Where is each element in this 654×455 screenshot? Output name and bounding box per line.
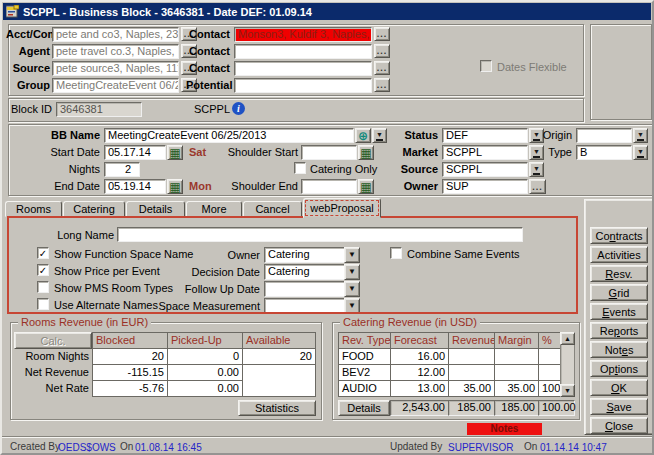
origin-field[interactable] [576, 128, 632, 143]
rooms-cell-available-merged [242, 364, 316, 397]
owner-lookup-button[interactable]: ... [529, 179, 546, 194]
bb-source-field[interactable]: SCPPL [442, 162, 528, 177]
info-icon[interactable]: i [232, 102, 245, 115]
catering-col-margin: Margin [494, 332, 539, 349]
calendar-icon: ▦ [360, 147, 371, 159]
type-label: Type [524, 146, 572, 159]
rooms-cell: 0.00 [167, 364, 243, 381]
shoulder-start-calendar-button[interactable]: ▦ [358, 145, 374, 160]
tab-catering[interactable]: Catering [63, 201, 125, 217]
catering-total-revenue: 185.00 [448, 400, 495, 416]
webproposal-highlight-box [7, 216, 578, 314]
start-date-calendar-button[interactable]: ▦ [167, 145, 183, 160]
scroll-up-button[interactable]: ▲ [560, 332, 575, 345]
potential-label: Potential [186, 79, 230, 92]
catering-col-pct: % [538, 332, 561, 349]
side-button-contracts[interactable]: Contracts [590, 227, 648, 244]
updated-by-label: Updated By [390, 441, 442, 452]
created-by-value: OEDS$OWS [58, 442, 116, 453]
statistics-button[interactable]: Statistics [238, 400, 316, 416]
status-label: Status [390, 129, 438, 142]
bb-name-label: BB Name [36, 129, 100, 142]
business-block-window: SCPPL - Business Block - 3646381 - Date … [0, 0, 654, 455]
tab-details[interactable]: Details [126, 201, 185, 217]
side-button-resv[interactable]: Resv. [590, 265, 648, 282]
potential-field[interactable] [234, 78, 372, 93]
block-id-field[interactable]: 3646381 [56, 102, 142, 117]
catering-cell: 12.00 [390, 364, 449, 381]
dates-flexible-checkbox[interactable]: ✓ [480, 60, 492, 72]
side-button-list: ContractsActivitiesResv.GridEventsReport… [590, 227, 648, 436]
side-button-events[interactable]: Events [590, 303, 648, 320]
agent-label: Agent [6, 45, 50, 58]
shoulder-start-field[interactable] [301, 145, 357, 160]
catering-cell [538, 348, 561, 365]
shoulder-end-field[interactable] [301, 179, 357, 194]
tab-cancel[interactable]: Cancel [243, 201, 302, 217]
side-button-close[interactable]: Close [590, 417, 648, 434]
side-button-save[interactable]: Save [590, 398, 648, 415]
catering-cell [494, 348, 539, 365]
acct-com-field[interactable]: pete and co3, Naples, 2394301212 [52, 27, 179, 42]
type-field[interactable]: B [576, 145, 632, 160]
side-button-ok[interactable]: OK [590, 379, 648, 396]
side-button-grid[interactable]: Grid [590, 284, 648, 301]
lov-arrow-icon: ▼ [637, 148, 644, 158]
nights-field[interactable]: 2 [104, 162, 140, 177]
globe-icon: ⊕ [358, 130, 368, 142]
source-field[interactable]: pete source3, Naples, 1111111111 [52, 61, 179, 76]
contact1-lookup-button[interactable]: ... [374, 27, 390, 41]
rooms-row-label: Room Nights [10, 350, 89, 362]
rooms-cell: 20 [92, 348, 168, 365]
type-lov-button[interactable]: ▼ [633, 145, 648, 160]
calc-button[interactable]: Calc. [14, 332, 92, 349]
contact3-label: Contact [186, 62, 230, 75]
rooms-cell: -115.15 [92, 364, 168, 381]
contact2-lookup-button[interactable]: ... [374, 44, 390, 58]
contact1-label: Contact [186, 28, 230, 41]
bb-name-field[interactable]: MeetingCreateEvent 06/25/2013 [104, 128, 354, 143]
notes-indicator-badge[interactable]: Notes [467, 423, 542, 435]
end-date-calendar-button[interactable]: ▦ [167, 179, 183, 194]
market-field[interactable]: SCPPL [442, 145, 528, 160]
status-field[interactable]: DEF [442, 128, 528, 143]
catering-only-checkbox[interactable]: ✓ [294, 162, 306, 174]
catering-cell: BEV2 [338, 364, 391, 381]
details-button[interactable]: Details [338, 400, 390, 416]
group-field[interactable]: MeetingCreateEvent 06/25/2013 [52, 78, 179, 93]
property-code-label: SCPPL [194, 103, 230, 116]
catering-cell [538, 364, 561, 381]
contact3-lookup-button[interactable]: ... [374, 61, 390, 75]
scroll-down-button[interactable]: ▼ [560, 384, 575, 397]
bb-source-lov-button[interactable]: ▼ [529, 162, 544, 177]
agent-field[interactable]: pete travel co.3, Naples, [52, 44, 179, 59]
origin-lov-button[interactable]: ▼ [633, 128, 648, 143]
shoulder-end-label: Shoulder End [218, 180, 298, 193]
titlebar[interactable]: SCPPL - Business Block - 3646381 - Date … [3, 3, 651, 20]
owner-field[interactable]: SUP [442, 179, 528, 194]
updated-on-label: On [524, 441, 537, 452]
catering-total-pct: 100.00 [538, 400, 575, 416]
tab-webproposal[interactable]: webProposal [303, 198, 381, 218]
market-label: Market [390, 146, 438, 159]
shoulder-end-calendar-button[interactable]: ▦ [358, 179, 374, 194]
contact3-field[interactable] [234, 61, 372, 76]
potential-lookup-button[interactable]: ... [374, 78, 390, 92]
contact2-field[interactable] [234, 44, 372, 59]
catering-total-forecast: 2,543.00 [390, 400, 449, 416]
contact1-field[interactable]: Monson3, Kuldif 3, Naples, 2334448555 [234, 27, 372, 42]
tab-more[interactable]: More [186, 201, 242, 217]
tab-rooms[interactable]: Rooms [5, 201, 62, 217]
side-button-options[interactable]: Options [590, 360, 648, 377]
side-button-notes[interactable]: Notes [590, 341, 648, 358]
translate-globe-button[interactable]: ⊕ [355, 128, 371, 143]
side-button-activities[interactable]: Activities [590, 246, 648, 263]
start-date-field[interactable]: 05.17.14 [104, 145, 166, 160]
catering-only-label: Catering Only [310, 163, 377, 176]
catering-col-rev-type: Rev. Type [338, 332, 391, 349]
side-button-reports[interactable]: Reports [590, 322, 648, 339]
rooms-cell: 0 [167, 348, 243, 365]
bb-name-lov-button[interactable]: ▼ [372, 128, 387, 143]
end-date-field[interactable]: 05.19.14 [104, 179, 166, 194]
catering-cell: 35.00 [448, 380, 495, 397]
